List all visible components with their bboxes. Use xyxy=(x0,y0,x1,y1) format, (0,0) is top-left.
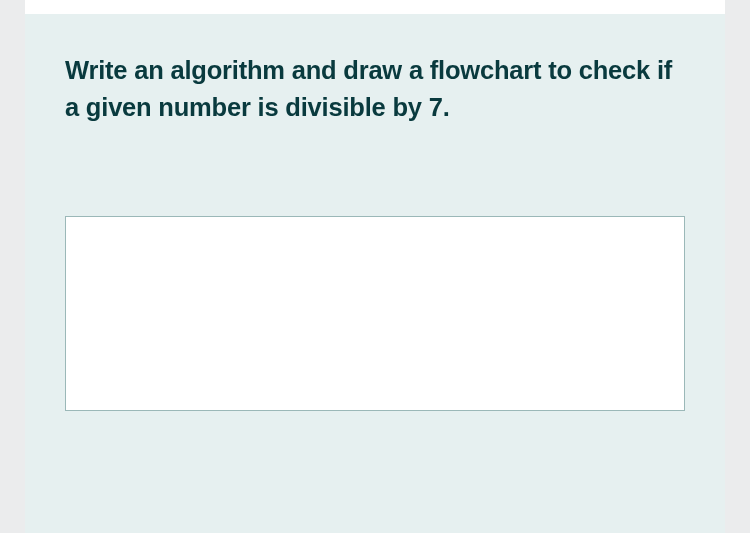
card-top-strip xyxy=(25,0,725,14)
question-card: Write an algorithm and draw a flowchart … xyxy=(25,0,725,533)
question-area: Write an algorithm and draw a flowchart … xyxy=(25,14,725,533)
question-prompt: Write an algorithm and draw a flowchart … xyxy=(65,52,685,126)
answer-input[interactable] xyxy=(65,216,685,411)
